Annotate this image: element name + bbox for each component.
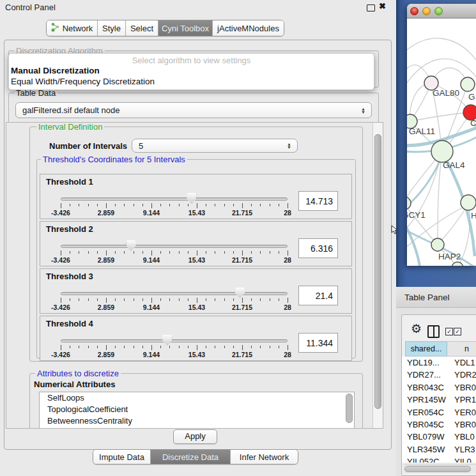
list-scrollbar-thumb[interactable] — [346, 394, 353, 423]
table-row[interactable]: YPR145WYPR1 — [402, 394, 476, 406]
slider-tick — [134, 204, 134, 206]
table-data-combo[interactable]: galFiltered.sif default node ▲▼ — [15, 102, 372, 118]
network-edge-highlighted[interactable] — [407, 154, 443, 211]
slider-tick — [97, 298, 98, 301]
table-hscrollbar[interactable] — [403, 464, 476, 473]
tab-select[interactable]: Select — [126, 20, 158, 36]
popup-item-manual-discretization[interactable]: Manual Discretization — [9, 65, 374, 76]
network-node-label: C — [470, 118, 476, 128]
settings-gear-icon[interactable]: ⚙ — [411, 323, 422, 335]
threshold-value-field[interactable]: 6.316 — [298, 238, 338, 258]
table-row[interactable]: YLR345WYLR3 — [402, 443, 476, 456]
algorithm-dropdown-popup: Select algorithm to view settings Manual… — [8, 53, 374, 90]
close-traffic-light-icon[interactable] — [410, 7, 418, 15]
column-layout-icon[interactable] — [427, 325, 440, 338]
popup-item-equal-width-frequency[interactable]: Equal Width/Frequency Discretization — [9, 76, 374, 87]
float-window-icon[interactable] — [367, 4, 375, 12]
slider-tick-label: 15.43 — [179, 209, 215, 217]
panel-vscrollbar-thumb[interactable] — [374, 134, 381, 409]
attribute-items: SelfLoopsTopologicalCoefficientBetweenne… — [40, 392, 354, 427]
tab-jactivemnodules[interactable]: jActiveMNodules — [213, 20, 284, 36]
slider-thumb[interactable] — [187, 193, 196, 204]
slider-tick — [142, 298, 143, 301]
attribute-list-item[interactable]: TopologicalCoefficient — [40, 404, 354, 415]
tab-style[interactable]: Style — [98, 20, 126, 36]
cyni-toolbox-panel: Discretization Algorithm ▲▼ Table Data g… — [4, 40, 392, 450]
slider-tick — [124, 346, 125, 348]
cell-name: YDL1 — [454, 358, 475, 367]
column-header-name[interactable]: n — [447, 341, 476, 357]
slider-tick — [215, 346, 215, 348]
checkbox-checked-icon[interactable]: ✓ — [445, 328, 453, 335]
network-node-label: GCY1 — [407, 210, 426, 220]
stepper-icon: ▲▼ — [287, 142, 291, 149]
slider-tick — [169, 204, 170, 206]
attributes-listbox[interactable]: SelfLoopsTopologicalCoefficientBetweenne… — [39, 392, 355, 429]
table-row[interactable]: YER054CYER0 — [402, 406, 476, 418]
slider-thumb[interactable] — [127, 240, 136, 251]
network-node[interactable] — [407, 197, 411, 210]
slider-tick — [151, 250, 152, 256]
cell-shared-name: YBL079W — [407, 432, 445, 441]
slider-track[interactable] — [61, 292, 288, 295]
network-node-label: G — [468, 92, 475, 102]
table-row[interactable]: YBR043CYBR0 — [402, 381, 476, 394]
zoom-traffic-light-icon[interactable] — [434, 7, 443, 15]
table-row[interactable]: YDR27...YDR2 — [402, 369, 476, 381]
table-row[interactable]: YBR045CYBR0 — [402, 418, 476, 431]
table-row[interactable]: YBL079WYBL0 — [402, 431, 476, 443]
attribute-list-item[interactable]: BetweennessCentrality — [40, 415, 354, 427]
threshold-value-field[interactable]: 14.713 — [298, 191, 338, 211]
slider-thumb[interactable] — [235, 288, 245, 298]
slider-tick — [151, 298, 152, 303]
slider-track[interactable] — [61, 339, 288, 342]
table-hscrollbar-thumb[interactable] — [404, 466, 471, 472]
tab-impute-data[interactable]: Impute Data — [93, 450, 151, 464]
slider-tick — [242, 298, 243, 303]
tab-label: Impute Data — [99, 452, 144, 462]
network-edge[interactable] — [407, 38, 476, 63]
apply-button[interactable]: Apply — [173, 429, 217, 444]
panel-vscrollbar[interactable] — [372, 123, 383, 428]
network-node[interactable] — [431, 141, 453, 162]
attribute-list-item[interactable]: SelfLoops — [40, 392, 354, 404]
tab-cyni-toolbox[interactable]: Cyni Toolbox — [158, 20, 213, 36]
slider-tick — [70, 204, 70, 206]
table-row[interactable]: YIL052CYIL0 — [402, 456, 476, 463]
slider-track[interactable] — [61, 245, 288, 248]
minimize-traffic-light-icon[interactable] — [422, 7, 431, 15]
slider-track[interactable] — [61, 197, 288, 201]
network-canvas[interactable]: GAL80GCGAL11GAL4GCY1HHAP2 — [407, 19, 476, 266]
slider-tick — [251, 298, 252, 301]
cell-name: YLR3 — [454, 445, 475, 454]
network-node-label: GAL4 — [443, 160, 465, 170]
table-row[interactable]: YDL19...YDL1 — [402, 357, 476, 369]
slider-tick — [134, 346, 134, 348]
network-node[interactable] — [431, 238, 444, 251]
settings-scroll-area: Interval Definition Number of Intervals … — [6, 122, 383, 429]
slider-tick — [160, 251, 161, 254]
slider-thumb[interactable] — [162, 335, 172, 346]
slider-tick — [151, 345, 152, 350]
threshold-value-field[interactable]: 21.4 — [298, 286, 338, 305]
slider-tick — [224, 251, 225, 254]
network-node[interactable] — [461, 195, 476, 210]
slider-tick — [115, 298, 116, 301]
num-intervals-combo[interactable]: 5 ▲▼ — [132, 139, 298, 153]
slider-tick-label: 21.715 — [224, 351, 260, 358]
threshold-value-field[interactable]: 11.344 — [298, 333, 338, 353]
cell-name: YBR0 — [454, 420, 476, 429]
slider-tick — [124, 298, 125, 301]
column-header-shared[interactable]: shared... — [405, 341, 447, 357]
tab-discretize-data[interactable]: Discretize Data — [151, 450, 231, 464]
network-node[interactable] — [461, 77, 475, 91]
tab-infer-network[interactable]: Infer Network — [231, 450, 298, 464]
network-edge[interactable] — [410, 112, 470, 121]
network-window-titlebar[interactable] — [407, 4, 476, 19]
network-edge[interactable] — [439, 204, 468, 243]
close-icon[interactable]: ✖ — [379, 1, 386, 11]
slider-tick-label: 21.715 — [224, 303, 260, 311]
tab-network[interactable]: Network — [47, 20, 98, 36]
desktop-background: GAL80GCGAL11GAL4GCY1HHAP2 — [396, 0, 476, 287]
checkbox-checked-icon[interactable]: ✓ — [454, 328, 461, 335]
